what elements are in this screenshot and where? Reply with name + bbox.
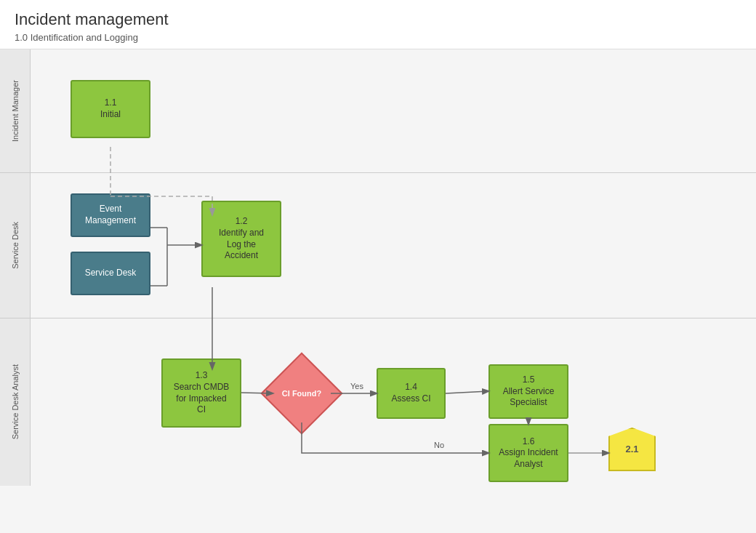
node-ci-found[interactable]: CI Found? (260, 352, 342, 434)
swim-lanes: Incident Manager 1.1 Initial Service Des… (0, 49, 756, 533)
node-1-6[interactable]: 1.6 Assign Incident Analyst (488, 424, 568, 482)
node-service-desk-label: Service Desk (85, 268, 137, 279)
header: Incident management 1.0 Identification a… (0, 0, 756, 49)
node-event-management[interactable]: Event Management (71, 193, 150, 237)
node-1-6-label: 1.6 Assign Incident Analyst (499, 436, 558, 470)
node-1-4-label: 1.4 Assess CI (391, 382, 430, 404)
lane3-arrows: Yes No (31, 318, 685, 486)
node-1-3-label: 1.3 Search CMDB for Impacked CI (174, 370, 230, 415)
diagram-area: Incident Manager 1.1 Initial Service Des… (0, 49, 756, 533)
node-1-5[interactable]: 1.5 Allert Service Specialist (488, 364, 568, 419)
page-title: Incident management (15, 10, 741, 29)
node-1-4[interactable]: 1.4 Assess CI (377, 368, 446, 419)
lane-service-desk-analyst: Service Desk Analyst 1.3 Search CMDB for… (0, 318, 756, 486)
lane-service-desk: Service Desk Event Management Service De… (0, 173, 756, 318)
lane-label-wrap-incident-manager: Incident Manager (0, 49, 31, 172)
lane-label-wrap-service-desk: Service Desk (0, 173, 31, 318)
node-1-1-label: 1.1 Initial (100, 97, 121, 120)
page: Incident management 1.0 Identification a… (0, 0, 756, 533)
svg-line-3 (446, 391, 488, 393)
lane-content-analyst: 1.3 Search CMDB for Impacked CI CI Found… (31, 318, 756, 486)
node-1-1[interactable]: 1.1 Initial (71, 80, 150, 138)
node-ci-found-label: CI Found? (282, 388, 321, 398)
node-2-1[interactable]: 2.1 (608, 428, 656, 471)
node-1-5-label: 1.5 Allert Service Specialist (503, 374, 555, 409)
lane-incident-manager: Incident Manager 1.1 Initial (0, 49, 756, 173)
node-1-3[interactable]: 1.3 Search CMDB for Impacked CI (161, 358, 241, 428)
lane-content-incident-manager: 1.1 Initial (31, 49, 756, 172)
lane-content-service-desk: Event Management Service Desk 1.2 Identi… (31, 173, 756, 318)
node-event-management-label: Event Management (85, 204, 136, 226)
page-subtitle: 1.0 Identification and Logging (15, 32, 741, 43)
lane-label-wrap-analyst: Service Desk Analyst (0, 318, 31, 486)
node-1-2-label: 1.2 Identify and Log the Accident (219, 216, 264, 261)
lane-label-service-desk: Service Desk (11, 222, 20, 269)
node-2-1-label: 2.1 (625, 444, 638, 456)
lane-label-incident-manager: Incident Manager (11, 80, 20, 142)
node-service-desk[interactable]: Service Desk (71, 252, 150, 295)
svg-text:Yes: Yes (350, 382, 363, 390)
lane-label-analyst: Service Desk Analyst (11, 364, 20, 439)
node-1-2[interactable]: 1.2 Identify and Log the Accident (201, 201, 281, 277)
svg-text:No: No (434, 441, 444, 449)
